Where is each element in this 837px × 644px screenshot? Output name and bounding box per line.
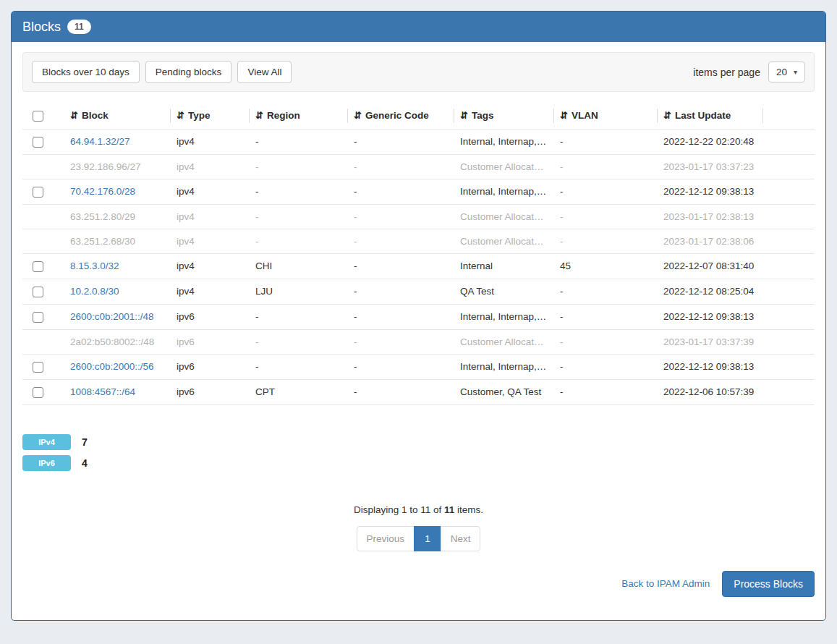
cell-tags: Internal, Internap, LAN (454, 129, 554, 154)
view-all-button[interactable]: View All (237, 61, 292, 83)
ipv6-summary-row: IPv6 4 (22, 455, 815, 471)
cell-spacer (763, 379, 815, 404)
cell-vlan: - (554, 354, 658, 379)
cell-generic-code: - (348, 129, 454, 154)
cell-tags: Internal, Internap, LAN (454, 304, 554, 329)
col-header-vlan[interactable]: ⇵VLAN (554, 103, 658, 129)
back-to-ipam-admin-link[interactable]: Back to IPAM Admin (621, 578, 710, 589)
cell-type: ipv4 (171, 253, 250, 279)
cell-type: ipv4 (171, 279, 250, 304)
cell-tags: Customer Allocated I... (454, 229, 554, 253)
cell-last-update: 2022-12-07 08:31:40 (658, 253, 763, 279)
cell-tags: Internal (454, 253, 554, 279)
cell-spacer (763, 354, 815, 379)
cell-region: LJU (250, 279, 348, 304)
cell-region: - (250, 354, 348, 379)
col-header-region[interactable]: ⇵Region (250, 103, 348, 129)
cell-block: 2600:c0b:2001::/48 (64, 304, 171, 329)
cell-block: 70.42.176.0/28 (64, 179, 171, 204)
table-row: 63.251.2.80/29ipv4--Customer Allocated I… (22, 204, 815, 229)
cell-last-update: 2022-12-12 09:38:13 (658, 179, 763, 204)
cell-block: 2a02:b50:8002::/48 (64, 329, 171, 354)
cell-last-update: 2023-01-17 03:37:23 (658, 154, 763, 179)
cell-last-update: 2023-01-17 02:38:06 (658, 229, 763, 253)
row-checkbox[interactable] (33, 137, 43, 148)
row-checkbox[interactable] (33, 287, 43, 297)
cell-block: 2600:c0b:2000::/56 (64, 354, 171, 379)
block-link[interactable]: 64.94.1.32/27 (70, 136, 130, 147)
cell-region: CPT (250, 379, 348, 404)
block-link[interactable]: 2600:c0b:2001::/48 (70, 311, 154, 322)
cell-spacer (763, 129, 815, 154)
displaying-status: Displaying 1 to 11 of 11 items. (22, 504, 815, 515)
table-row: 63.251.2.68/30ipv4--Customer Allocated I… (22, 229, 815, 253)
page-1-button[interactable]: 1 (414, 526, 441, 551)
ipv6-badge: IPv6 (22, 455, 71, 471)
cell-generic-code: - (348, 329, 454, 354)
blocks-table-body: 64.94.1.32/27ipv4--Internal, Internap, L… (22, 129, 815, 404)
cell-region: CHI (250, 253, 348, 279)
cell-block: 10.2.0.8/30 (64, 279, 171, 304)
col-header-spacer (763, 103, 815, 129)
blocks-panel: Blocks 11 Blocks over 10 days Pending bl… (11, 11, 826, 621)
cell-last-update: 2022-12-22 02:20:48 (658, 129, 763, 154)
row-checkbox-cell (22, 304, 64, 329)
col-header-block[interactable]: ⇵Block (64, 103, 171, 129)
cell-generic-code: - (348, 204, 454, 229)
next-page-button[interactable]: Next (441, 526, 481, 551)
col-header-generic-code[interactable]: ⇵Generic Code (348, 103, 454, 129)
cell-block: 63.251.2.80/29 (64, 204, 171, 229)
cell-tags: Customer, QA Test (454, 379, 554, 404)
table-row: 64.94.1.32/27ipv4--Internal, Internap, L… (22, 129, 815, 154)
cell-tags: Customer Allocated I... (454, 204, 554, 229)
row-checkbox-cell (22, 204, 64, 229)
select-all-checkbox[interactable] (33, 111, 43, 122)
panel-body: Blocks over 10 days Pending blocks View … (12, 42, 825, 620)
table-row: 2a02:b50:8002::/48ipv6--Customer Allocat… (22, 329, 815, 354)
cell-type: ipv4 (171, 179, 250, 204)
cell-type: ipv4 (171, 204, 250, 229)
select-all-cell (22, 103, 64, 129)
block-link[interactable]: 10.2.0.8/30 (70, 286, 119, 297)
row-checkbox-cell (22, 179, 64, 204)
row-checkbox[interactable] (33, 187, 43, 198)
block-link[interactable]: 8.15.3.0/32 (70, 260, 119, 271)
cell-type: ipv6 (171, 329, 250, 354)
block-link: 63.251.2.80/29 (70, 211, 135, 222)
items-per-page-select[interactable]: 20 ▾ (768, 62, 805, 82)
pending-blocks-button[interactable]: Pending blocks (145, 61, 232, 83)
cell-region: - (250, 229, 348, 253)
previous-page-button[interactable]: Previous (357, 526, 415, 551)
block-link[interactable]: 1008:4567::/64 (70, 386, 135, 397)
cell-generic-code: - (348, 279, 454, 304)
cell-generic-code: - (348, 253, 454, 279)
filter-button-group: Blocks over 10 days Pending blocks View … (32, 61, 297, 83)
cell-last-update: 2022-12-12 09:38:13 (658, 354, 763, 379)
col-header-last-update[interactable]: ⇵Last Update (658, 103, 763, 129)
block-link[interactable]: 2600:c0b:2000::/56 (70, 361, 154, 372)
block-link[interactable]: 70.42.176.0/28 (70, 186, 135, 197)
cell-last-update: 2023-01-17 02:38:13 (658, 204, 763, 229)
row-checkbox[interactable] (33, 362, 43, 373)
cell-vlan: - (554, 179, 658, 204)
cell-region: - (250, 329, 348, 354)
cell-vlan: - (554, 204, 658, 229)
row-checkbox[interactable] (33, 312, 43, 323)
table-row: 70.42.176.0/28ipv4--Internal, Internap, … (22, 179, 815, 204)
cell-generic-code: - (348, 154, 454, 179)
col-header-type[interactable]: ⇵Type (171, 103, 250, 129)
toolbar: Blocks over 10 days Pending blocks View … (22, 52, 815, 92)
process-blocks-button[interactable]: Process Blocks (722, 571, 815, 597)
table-row: 2600:c0b:2001::/48ipv6--Internal, Intern… (22, 304, 815, 329)
pagination: Previous 1 Next (357, 526, 481, 551)
cell-type: ipv4 (171, 129, 250, 154)
row-checkbox[interactable] (33, 261, 43, 272)
row-checkbox-cell (22, 253, 64, 279)
cell-type: ipv4 (171, 229, 250, 253)
blocks-over-10-days-button[interactable]: Blocks over 10 days (32, 61, 140, 83)
row-checkbox[interactable] (33, 387, 43, 398)
cell-spacer (763, 329, 815, 354)
col-header-tags[interactable]: ⇵Tags (454, 103, 554, 129)
cell-type: ipv4 (171, 154, 250, 179)
blocks-table: ⇵Block ⇵Type ⇵Region ⇵Generic Code ⇵Tags… (22, 103, 815, 405)
